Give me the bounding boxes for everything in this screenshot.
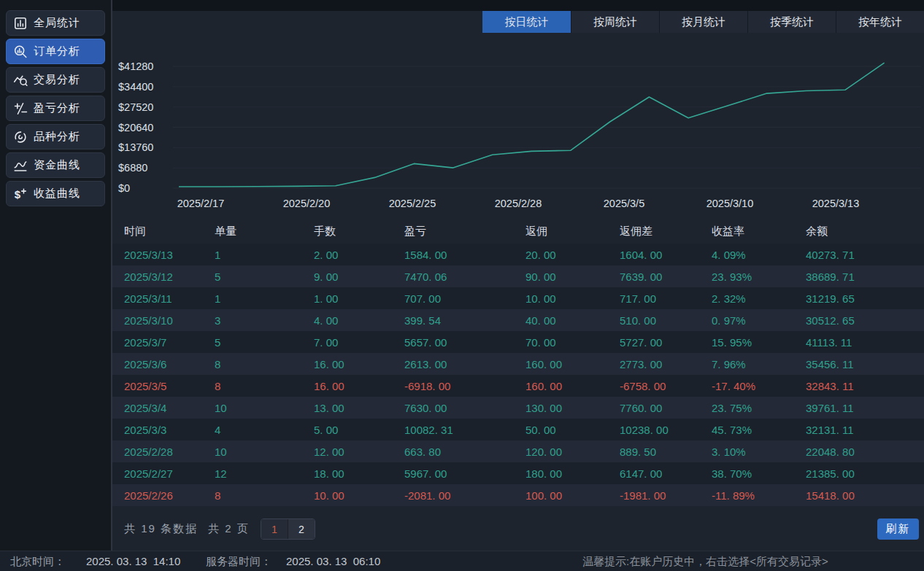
tab-4[interactable]: 按季统计 [747, 11, 836, 33]
x-axis-tick-label: 2025/2/28 [495, 198, 542, 209]
table-cell: 10. 00 [314, 489, 404, 502]
table-cell: -6918. 00 [404, 380, 525, 392]
table-cell: 100. 00 [525, 489, 620, 502]
table-cell: 32131. 11 [806, 424, 924, 436]
table-cell: 20. 00 [525, 249, 620, 261]
table-cell: 7. 00 [314, 336, 404, 349]
server-time-label: 服务器时间： [206, 555, 272, 569]
total-records-text: 共 19 条数据 [124, 522, 198, 535]
table-cell: 2025/3/10 [124, 314, 215, 327]
table-cell: 18. 00 [314, 467, 404, 480]
table-body: 2025/3/1312. 001584. 0020. 001604. 004. … [112, 244, 924, 506]
table-row[interactable]: 2025/3/1312. 001584. 0020. 001604. 004. … [112, 244, 924, 265]
table-cell: 15418. 00 [806, 489, 924, 502]
table-cell: 12 [215, 467, 314, 480]
table-cell: 31219. 65 [806, 292, 924, 305]
column-header: 余额 [806, 225, 924, 238]
table-cell: 8 [215, 380, 314, 392]
sidebar-item-label: 交易分析 [34, 73, 80, 87]
table-row[interactable]: 2025/2/26810. 00-2081. 00100. 00-1981. 0… [112, 484, 924, 506]
table-cell: 160. 00 [525, 380, 620, 392]
table-cell: 4 [215, 424, 314, 436]
table-cell: 15. 95% [712, 336, 806, 349]
table-cell: 10238. 00 [620, 424, 712, 436]
pagination-bar: 共 19 条数据共 2 页 12 刷新 [112, 518, 924, 540]
tab-2[interactable]: 按周统计 [571, 11, 659, 33]
table-cell: 35456. 11 [806, 358, 924, 370]
table-cell: 5 [215, 271, 314, 283]
sidebar-item-global-stats[interactable]: 全局统计 [6, 10, 105, 36]
table-cell: 40273. 71 [806, 249, 924, 261]
sidebar-item-trade-analysis[interactable]: 交易分析 [6, 67, 105, 93]
table-row[interactable]: 2025/3/1034. 00399. 5440. 00510. 000. 97… [112, 309, 924, 331]
table-row[interactable]: 2025/3/5816. 00-6918. 00160. 00-6758. 00… [112, 375, 924, 397]
table-cell: 21385. 00 [806, 467, 924, 480]
sidebar-item-profit-curve[interactable]: $收益曲线 [6, 181, 105, 206]
table-cell: 1584. 00 [404, 249, 525, 261]
table-row[interactable]: 2025/3/757. 005657. 0070. 005727. 0015. … [112, 331, 924, 353]
table-row[interactable]: 2025/3/1111. 00707. 0010. 00717. 002. 32… [112, 287, 924, 309]
sidebar-item-order-analysis[interactable]: 订单分析 [6, 39, 105, 64]
page-button-1[interactable]: 1 [261, 519, 288, 539]
table-cell: 90. 00 [525, 271, 620, 283]
sidebar-item-label: 全局统计 [34, 16, 80, 30]
refresh-button[interactable]: 刷新 [877, 518, 919, 540]
table-cell: 38. 70% [712, 467, 806, 480]
table-cell: 2025/3/11 [124, 292, 215, 305]
table-row[interactable]: 2025/2/281012. 00663. 80120. 00889. 503.… [112, 440, 924, 462]
table-cell: 2. 00 [314, 249, 404, 261]
page-button-2[interactable]: 2 [288, 519, 315, 539]
table-cell: 2025/3/4 [124, 402, 215, 414]
table-row[interactable]: 2025/2/271218. 005967. 00180. 006147. 00… [112, 462, 924, 484]
tab-3[interactable]: 按月统计 [659, 11, 747, 33]
sidebar-item-funds-curve[interactable]: 资金曲线 [6, 152, 105, 178]
x-axis-tick-label: 2025/2/20 [283, 198, 331, 209]
y-axis-tick-label: $13760 [118, 141, 153, 153]
table-cell: 22048. 80 [806, 446, 924, 458]
sidebar-item-label: 资金曲线 [34, 158, 80, 172]
table-row[interactable]: 2025/3/1259. 007470. 0690. 007639. 0023.… [112, 265, 924, 287]
x-axis-tick-label: 2025/3/5 [604, 198, 644, 209]
chart-canvas: $41280$34400$27520$20640$13760$6880$0202… [112, 44, 924, 215]
table-cell: 1 [215, 292, 314, 305]
table-cell: 8 [215, 489, 314, 502]
order-analysis-icon [13, 44, 28, 59]
tab-1[interactable]: 按日统计 [482, 11, 571, 33]
table-cell: 0. 97% [712, 314, 806, 327]
trade-analysis-icon [13, 73, 28, 88]
funds-curve-icon [13, 158, 28, 173]
svg-text:$: $ [15, 188, 21, 201]
y-axis-tick-label: $20640 [118, 122, 153, 133]
period-tabs: 按日统计按周统计按月统计按季统计按年统计 [482, 11, 924, 33]
x-axis-tick-label: 2025/3/10 [707, 198, 754, 209]
table-row[interactable]: 2025/3/345. 0010082. 3150. 0010238. 0045… [112, 419, 924, 440]
column-header: 时间 [124, 225, 215, 238]
table-cell: 2613. 00 [404, 358, 525, 370]
beijing-time-value: 2025. 03. 13 14:10 [86, 555, 180, 567]
table-cell: 1. 00 [314, 292, 404, 305]
table-cell: 5727. 00 [620, 336, 712, 349]
table-cell: 8 [215, 358, 314, 370]
table-cell: 160. 00 [525, 358, 620, 370]
sidebar-item-pnl-analysis[interactable]: 盈亏分析 [6, 96, 105, 121]
table-cell: 38689. 71 [806, 271, 924, 283]
table-cell: 707. 00 [404, 292, 525, 305]
table-cell: 510. 00 [620, 314, 712, 327]
table-cell: 5. 00 [314, 424, 404, 436]
tab-5[interactable]: 按年统计 [836, 11, 924, 33]
table-cell: 12. 00 [314, 446, 404, 458]
table-row[interactable]: 2025/3/6816. 002613. 00160. 002773. 007.… [112, 353, 924, 375]
table-cell: 7760. 00 [620, 402, 712, 414]
column-header: 收益率 [712, 225, 806, 238]
table-row[interactable]: 2025/3/41013. 007630. 00130. 007760. 002… [112, 397, 924, 419]
table-cell: -11. 89% [712, 489, 806, 502]
sidebar-item-symbol-analysis[interactable]: 品种分析 [6, 124, 105, 149]
table-cell: 1604. 00 [620, 249, 712, 261]
table-cell: 180. 00 [525, 467, 620, 480]
table-cell: 10. 00 [525, 292, 620, 305]
table-cell: 2025/3/7 [124, 336, 215, 349]
column-header: 单量 [215, 225, 314, 238]
table-cell: 4. 09% [712, 249, 806, 261]
table-cell: 23. 93% [712, 271, 806, 283]
table-cell: -2081. 00 [404, 489, 525, 502]
